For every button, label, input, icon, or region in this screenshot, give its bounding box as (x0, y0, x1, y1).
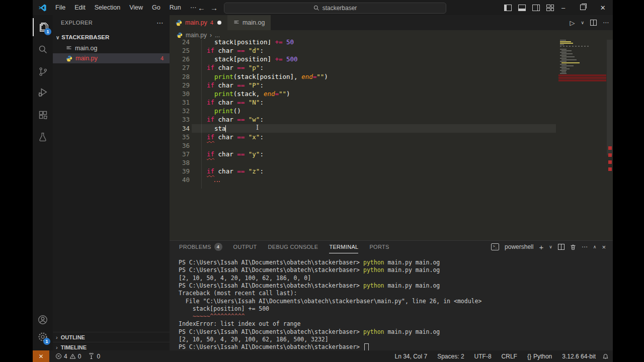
restore-button[interactable] (576, 4, 590, 12)
code-line-37[interactable]: 37if char == "y": (170, 150, 607, 158)
code-line-35[interactable]: 35if char == "x": (170, 133, 607, 141)
code-text: print(stack, end="") (207, 89, 290, 98)
split-terminal-icon[interactable] (558, 244, 565, 250)
python-interpreter-status[interactable]: 3.12.6 64-bit (558, 350, 599, 362)
minimap-line (558, 49, 607, 50)
code-line-39[interactable]: 39if char == "z": (170, 167, 607, 175)
toggle-panel-icon[interactable] (518, 5, 526, 11)
run-debug-icon[interactable] (33, 83, 53, 102)
cursor-position-status[interactable]: Ln 34, Col 7 (391, 350, 431, 362)
code-line-29[interactable]: 29if char == "P": (170, 81, 607, 89)
minimap[interactable] (558, 40, 607, 240)
line-number: 32 (170, 107, 190, 115)
language-mode-status[interactable]: {} Python (524, 350, 555, 362)
notifications-bell-icon[interactable] (602, 353, 609, 360)
menu-file[interactable]: File (51, 2, 70, 13)
close-button[interactable]: ✕ (596, 4, 610, 12)
minimap-line (558, 61, 607, 62)
encoding-status[interactable]: UTF-8 (471, 350, 495, 362)
code-line-38[interactable]: 38 (170, 158, 607, 167)
close-panel-icon[interactable]: × (602, 243, 606, 251)
chevron-down-icon: ∨ (56, 35, 59, 40)
shell-label[interactable]: powershell (505, 243, 533, 250)
menu-edit[interactable]: Edit (70, 2, 90, 13)
file-main-og[interactable]: main.og (53, 43, 170, 53)
editor-more-actions-icon[interactable]: ⋯ (603, 19, 609, 26)
minimap-line (558, 52, 607, 53)
code-line-33[interactable]: 33if char == "w": (170, 115, 607, 124)
run-dropdown-icon[interactable]: ∨ (581, 20, 584, 25)
customize-layout-icon[interactable] (546, 5, 553, 11)
code-line-32[interactable]: 32 print() (170, 107, 607, 115)
line-number: 31 (170, 98, 190, 107)
eol-status[interactable]: CRLF (498, 350, 521, 362)
terminal-line: [2, 10, 50, 4, 20, 100, 62, 186, 0, 0] (179, 275, 311, 282)
terminal-line: [2, 10, 50, 4, 20, 100, 62, 186, 500, 32… (179, 336, 329, 343)
tab-problems[interactable]: PROBLEMS 4 (179, 241, 222, 253)
chevron-right-icon: › (56, 344, 58, 350)
toggle-secondary-sidebar-icon[interactable] (532, 5, 540, 11)
toggle-sidebar-icon[interactable] (504, 5, 512, 11)
tab-label: main.py (185, 19, 207, 26)
split-editor-icon[interactable] (590, 20, 597, 26)
terminal-line: Traceback (most recent call last): (179, 290, 297, 297)
extensions-icon[interactable] (33, 106, 53, 124)
code-line-26[interactable]: 26 stack[position] += 500 (170, 55, 607, 63)
minimap-line (558, 53, 607, 54)
code-text: print() (207, 107, 241, 115)
command-center-search[interactable]: stackerbaser (224, 3, 446, 14)
code-line-31[interactable]: 31if char == "N": (170, 98, 607, 107)
code-editor[interactable]: I 24 stack[position] += 5025if char == "… (170, 40, 607, 240)
minimap-line (558, 47, 607, 48)
terminal-line: PS C:\Users\Issah AI\Documents\obatech\s… (179, 259, 440, 266)
terminal-dropdown-icon[interactable]: ∨ (549, 244, 552, 249)
overview-ruler-scrollbar[interactable] (607, 40, 613, 240)
ports-status[interactable]: 0 (85, 350, 103, 362)
breadcrumb[interactable]: main.py › ... (170, 30, 613, 40)
minimap-line (558, 79, 607, 81)
run-python-file-icon[interactable]: ▷ (570, 19, 575, 27)
code-text: if char == "w": (207, 115, 264, 124)
code-line-40[interactable]: 40 (170, 175, 607, 184)
panel-more-actions-icon[interactable]: ⋯ (582, 243, 588, 250)
menu-run[interactable]: Run (165, 2, 186, 13)
settings-gear-icon[interactable]: 1 (33, 328, 53, 346)
menu-go[interactable]: Go (147, 2, 165, 13)
new-terminal-icon[interactable]: + (539, 243, 543, 251)
code-line-34[interactable]: 34 sta (170, 124, 607, 133)
code-line-36[interactable]: 36 (170, 141, 607, 150)
accounts-icon[interactable] (33, 311, 53, 329)
tab-main-og[interactable]: main.og (227, 15, 271, 30)
explorer-more-actions-icon[interactable]: ⋯ (156, 19, 164, 27)
source-control-icon[interactable] (33, 62, 53, 80)
explorer-icon[interactable]: 1 (33, 18, 54, 36)
code-line-30[interactable]: 30 print(stack, end="") (170, 89, 607, 98)
tab-ports[interactable]: PORTS (369, 241, 389, 253)
outline-section[interactable]: › OUTLINE (53, 332, 170, 342)
code-line-24[interactable]: 24 stack[position] += 50 (170, 40, 607, 46)
tab-main-py[interactable]: main.py 4 (170, 15, 227, 30)
indentation-status[interactable]: Spaces: 2 (434, 350, 467, 362)
maximize-panel-icon[interactable]: ∧ (593, 244, 597, 249)
menu-view[interactable]: View (125, 2, 147, 13)
nav-forward-icon[interactable]: → (210, 4, 218, 12)
dirty-indicator-icon[interactable] (217, 21, 221, 25)
kill-terminal-trash-icon[interactable] (570, 244, 576, 250)
tab-debug-console[interactable]: DEBUG CONSOLE (268, 241, 318, 253)
tab-output[interactable]: OUTPUT (233, 241, 257, 253)
code-text: if char == "N": (207, 98, 264, 107)
problems-status[interactable]: 4 0 (52, 350, 84, 362)
testing-icon[interactable] (33, 128, 53, 146)
terminal[interactable]: PS C:\Users\Issah AI\Documents\obatech\s… (179, 259, 606, 349)
search-view-icon[interactable] (33, 40, 53, 58)
file-main-py[interactable]: main.py 4 (53, 53, 170, 63)
remote-indicator[interactable]: ✕ (33, 350, 49, 362)
folder-stackerbaser[interactable]: ∨ STACKERBASER (53, 32, 170, 42)
menu-selection[interactable]: Selection (90, 2, 125, 13)
code-line-27[interactable]: 27if char == "p": (170, 63, 607, 72)
nav-back-icon[interactable]: ← (198, 4, 205, 12)
minimize-button[interactable]: – (556, 4, 571, 12)
code-line-25[interactable]: 25if char == "d": (170, 46, 607, 55)
code-line-28[interactable]: 28 print(stack[position], end="") (170, 72, 607, 81)
tab-terminal[interactable]: TERMINAL (329, 241, 358, 253)
